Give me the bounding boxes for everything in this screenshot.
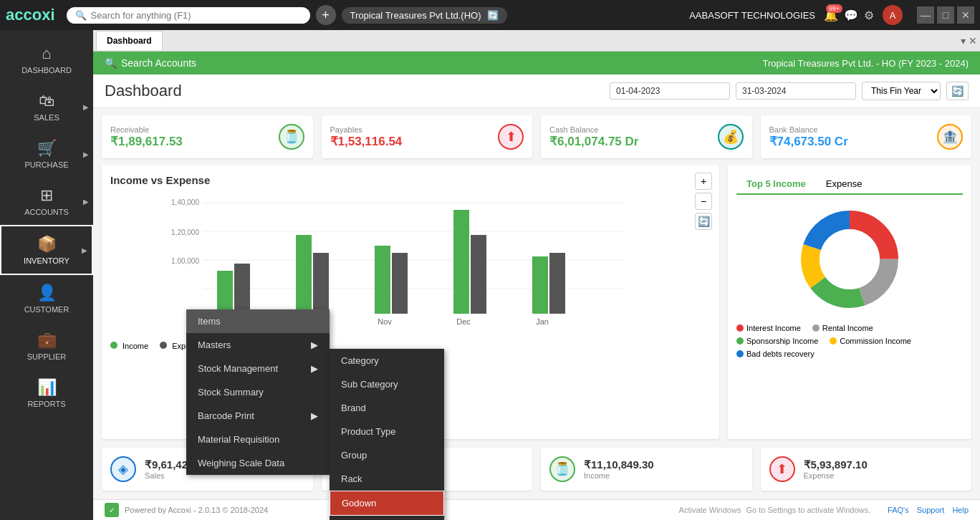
svg-text:Jan: Jan [536,317,549,326]
avatar[interactable]: A [883,5,903,25]
legend-interest-income: Interest Income [736,324,801,332]
footer-text: Powered by Accoxi - 2.0.13 © 2018-2024 [125,506,268,514]
sales-arrow-icon: ▶ [83,103,89,111]
customer-icon: 👤 [37,284,57,302]
svg-rect-11 [375,246,390,314]
svg-rect-12 [392,253,408,314]
sidebar-item-accounts[interactable]: ⊞ ACCOUNTS ▶ [0,178,93,225]
submenu-item-category[interactable]: Category [330,349,444,372]
sidebar-item-supplier[interactable]: 💼 SUPPLIER [0,322,93,370]
sidebar-item-customer[interactable]: 👤 CUSTOMER [0,275,93,322]
svg-rect-7 [217,271,233,314]
bad-debts-dot [736,350,744,357]
submenu-item-godown[interactable]: Godown [330,491,444,516]
green-bar: 🔍 Search Accounts Tropical Treasures Pvt… [93,52,980,74]
legend-rental-income: Rental Income [812,324,873,332]
menu-item-stock-summary[interactable]: Stock Summary [186,380,330,404]
submenu-item-group[interactable]: Group [330,443,444,467]
donut-svg [792,202,907,317]
payables-icon: ⬆ [498,124,524,150]
interest-income-dot [736,324,744,332]
chart-zoom-in-button[interactable]: + [695,173,712,190]
svg-rect-13 [453,210,469,314]
menu-item-masters[interactable]: Masters ▶ [186,333,330,357]
app-logo: accoxi [6,6,55,24]
dashboard-title: Dashboard [105,82,601,100]
tab-close-button[interactable]: ✕ [969,35,977,47]
commission-income-dot [830,337,837,345]
bank-card: Bank Balance ₹74,673.50 Cr 🏦 [761,115,972,158]
chart-zoom-out-button[interactable]: − [695,193,712,210]
svg-text:Dec: Dec [456,317,471,326]
income-bcard-icon: 🫙 [549,456,575,482]
sidebar-item-label: PURCHASE [24,160,68,169]
sidebar-item-dashboard[interactable]: ⌂ DASHBOARD [0,36,93,83]
window-controls: — □ ✕ [917,6,974,24]
search-accounts-icon: 🔍 [105,57,117,69]
sidebar-item-label: REPORTS [28,400,66,408]
inventory-arrow-icon: ▶ [82,246,87,254]
income-bcard-label: Income [584,471,654,480]
donut-container [736,202,963,317]
svg-text:1,20,000: 1,20,000 [171,228,199,236]
expense-bcard-value: ₹5,93,897.10 [804,458,868,471]
svg-text:1,40,000: 1,40,000 [171,198,199,206]
dashboard-refresh-button[interactable]: 🔄 [946,82,969,100]
bank-label: Bank Balance [769,125,848,134]
chart-refresh-button[interactable]: 🔄 [695,213,712,230]
search-bar[interactable]: 🔍 [67,7,310,24]
menu-item-weighing-scale[interactable]: Weighing Scale Data [186,451,330,475]
cards-row: Receivable ₹1,89,617.53 🫙 Payables ₹1,53… [93,108,980,165]
svg-rect-15 [532,256,548,314]
stock-mgmt-arrow-icon: ▶ [311,363,318,374]
date-from-input[interactable] [610,82,730,100]
sidebar-item-sales[interactable]: 🛍 SALES ▶ [0,83,93,130]
sales-icon: 🛍 [39,92,54,110]
sidebar-item-reports[interactable]: 📊 REPORTS [0,370,93,417]
accounts-icon: ⊞ [40,186,53,205]
add-button[interactable]: + [316,5,336,25]
menu-item-material-requisition[interactable]: Material Requisition [186,428,330,451]
sidebar-item-label: SALES [34,113,59,122]
notification-button[interactable]: 🔔 99+ [824,9,838,22]
submenu-item-rack[interactable]: Rack [330,467,444,491]
sidebar-item-purchase[interactable]: 🛒 PURCHASE ▶ [0,130,93,178]
search-input[interactable] [91,10,302,21]
sidebar-item-inventory[interactable]: 📦 INVENTORY ▶ [0,225,93,275]
chat-button[interactable]: 💬 [844,9,858,22]
dashboard-icon: ⌂ [42,44,51,63]
submenu-item-brand[interactable]: Brand [330,396,444,420]
svg-rect-10 [313,253,329,314]
activate-windows: Activate Windows Go to Settings to activ… [679,506,871,514]
sidebar: ⌂ DASHBOARD 🛍 SALES ▶ 🛒 PURCHASE ▶ ⊞ ACC… [0,30,93,520]
notif-group: 🔔 99+ 💬 ⚙ [824,9,874,22]
legend-bad-debts: Bad debts recovery [736,350,815,358]
maximize-button[interactable]: □ [937,6,954,24]
inventory-dropdown-menu: Items Masters ▶ Stock Management ▶ Stock… [186,309,330,475]
minimize-button[interactable]: — [917,6,934,24]
company-refresh-icon[interactable]: 🔄 [487,10,499,21]
submenu-item-unit[interactable]: Unit [330,516,444,520]
inventory-icon: 📦 [37,235,57,254]
menu-item-barcode-print[interactable]: Barcode Print ▶ [186,404,330,428]
donut-legend: Interest Income Rental Income Sponsorshi… [736,324,963,358]
company-info-label: Tropical Treasures Pvt Ltd. - HO (FY 202… [762,58,969,69]
company-pill: Tropical Treasures Pvt Ltd.(HO) 🔄 [342,7,507,24]
submenu-item-sub-category[interactable]: Sub Category [330,372,444,396]
sidebar-item-label: INVENTORY [24,256,69,265]
menu-item-stock-management[interactable]: Stock Management ▶ [186,357,330,380]
right-panel-tabs: Top 5 Income Expense [736,174,963,195]
date-to-input[interactable] [736,82,856,100]
settings-button[interactable]: ⚙ [864,9,874,22]
tab-pin-button[interactable]: ▾ [961,35,966,47]
search-accounts-button[interactable]: 🔍 Search Accounts [105,57,196,69]
main-layout: ⌂ DASHBOARD 🛍 SALES ▶ 🛒 PURCHASE ▶ ⊞ ACC… [0,30,980,520]
close-button[interactable]: ✕ [957,6,974,24]
tab-dashboard[interactable]: Dashboard [96,31,163,50]
tab-top5-income[interactable]: Top 5 Income [736,174,816,195]
fin-year-select[interactable]: This Fin Year [862,82,941,100]
tab-expense[interactable]: Expense [816,174,873,195]
submenu-item-product-type[interactable]: Product Type [330,420,444,443]
menu-item-items[interactable]: Items [186,309,330,333]
tab-actions: ▾ ✕ [961,35,977,47]
